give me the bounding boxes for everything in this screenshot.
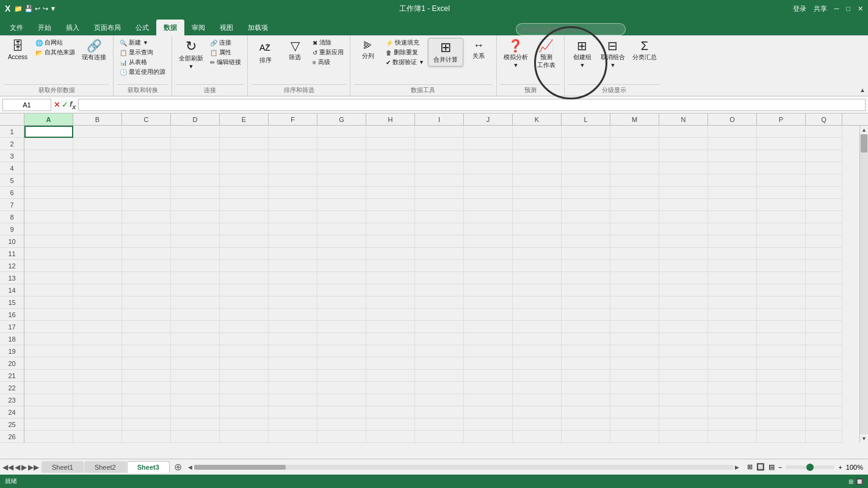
cell-O11[interactable] <box>708 248 757 260</box>
forecast-sheet-button[interactable]: 📈 预测工作表 <box>532 38 560 71</box>
col-header-M[interactable]: M <box>610 113 659 125</box>
cell-D4[interactable] <box>171 162 220 174</box>
cell-P1[interactable] <box>757 126 806 138</box>
cell-O5[interactable] <box>708 174 757 187</box>
cell-N19[interactable] <box>659 345 708 357</box>
cell-L19[interactable] <box>562 345 610 357</box>
col-header-B[interactable]: B <box>73 113 122 125</box>
cell-L12[interactable] <box>562 260 610 272</box>
cell-K11[interactable] <box>513 248 562 260</box>
cell-P10[interactable] <box>757 235 806 248</box>
cell-C3[interactable] <box>122 150 171 162</box>
cell-I14[interactable] <box>415 284 464 296</box>
cell-P13[interactable] <box>757 272 806 284</box>
split-column-button[interactable]: ⫸ 分列 <box>354 38 382 62</box>
zoom-slider-track[interactable] <box>786 465 834 469</box>
cell-P21[interactable] <box>757 370 806 382</box>
cell-G12[interactable] <box>317 260 366 272</box>
vertical-scrollbar[interactable]: ▲ ▼ <box>859 126 868 443</box>
cell-D19[interactable] <box>171 345 220 357</box>
cell-J15[interactable] <box>464 296 513 309</box>
cell-M14[interactable] <box>610 284 659 296</box>
cell-P14[interactable] <box>757 284 806 296</box>
cell-H9[interactable] <box>366 223 415 235</box>
cell-L14[interactable] <box>562 284 610 296</box>
recent-button[interactable]: 🕒 最近使用的源 <box>117 67 168 77</box>
cell-L9[interactable] <box>562 223 610 235</box>
col-header-H[interactable]: H <box>366 113 415 125</box>
cell-E3[interactable] <box>220 150 269 162</box>
cell-C4[interactable] <box>122 162 171 174</box>
cell-K20[interactable] <box>513 357 562 370</box>
cell-E5[interactable] <box>220 174 269 187</box>
cell-Q8[interactable] <box>806 211 842 223</box>
cell-F21[interactable] <box>269 370 317 382</box>
cell-F14[interactable] <box>269 284 317 296</box>
cell-K1[interactable] <box>513 126 562 138</box>
cell-A2[interactable] <box>24 138 73 150</box>
cell-J22[interactable] <box>464 382 513 394</box>
cell-I2[interactable] <box>415 138 464 150</box>
cell-Q3[interactable] <box>806 150 842 162</box>
cell-L16[interactable] <box>562 309 610 321</box>
tab-data[interactable]: 数据 <box>156 20 184 35</box>
cell-C19[interactable] <box>122 345 171 357</box>
hscroll-right-button[interactable]: ▶ <box>735 464 740 470</box>
tab-page-layout[interactable]: 页面布局 <box>87 20 128 35</box>
row-num-19[interactable]: 19 <box>0 345 24 357</box>
col-header-O[interactable]: O <box>708 113 757 125</box>
row-num-17[interactable]: 17 <box>0 321 24 333</box>
cell-G10[interactable] <box>317 235 366 248</box>
cell-G11[interactable] <box>317 248 366 260</box>
from-table-button[interactable]: 📊 从表格 <box>117 57 168 67</box>
properties-button[interactable]: 📋 属性 <box>208 48 244 57</box>
cell-Q18[interactable] <box>806 333 842 345</box>
col-header-J[interactable]: J <box>464 113 513 125</box>
cell-F15[interactable] <box>269 296 317 309</box>
connection-button[interactable]: 🔗 连接 <box>208 38 244 48</box>
cell-N4[interactable] <box>659 162 708 174</box>
cell-Q10[interactable] <box>806 235 842 248</box>
cell-O15[interactable] <box>708 296 757 309</box>
cell-F22[interactable] <box>269 382 317 394</box>
cell-G20[interactable] <box>317 357 366 370</box>
cell-H3[interactable] <box>366 150 415 162</box>
cell-B3[interactable] <box>73 150 122 162</box>
cell-F23[interactable] <box>269 394 317 406</box>
cell-M24[interactable] <box>610 406 659 418</box>
cell-J1[interactable] <box>464 126 513 138</box>
cell-B16[interactable] <box>73 309 122 321</box>
row-num-14[interactable]: 14 <box>0 284 24 296</box>
cell-H25[interactable] <box>366 418 415 431</box>
cell-I18[interactable] <box>415 333 464 345</box>
sheet-nav-left-button[interactable]: ◀◀ <box>2 463 13 472</box>
cell-O14[interactable] <box>708 284 757 296</box>
col-header-G[interactable]: G <box>317 113 366 125</box>
cell-N10[interactable] <box>659 235 708 248</box>
cell-N12[interactable] <box>659 260 708 272</box>
cell-I7[interactable] <box>415 199 464 211</box>
cell-E1[interactable] <box>220 126 269 138</box>
cell-D10[interactable] <box>171 235 220 248</box>
cell-H26[interactable] <box>366 431 415 443</box>
cell-I11[interactable] <box>415 248 464 260</box>
cell-A23[interactable] <box>24 394 73 406</box>
cell-Q4[interactable] <box>806 162 842 174</box>
cell-O6[interactable] <box>708 187 757 199</box>
cell-N24[interactable] <box>659 406 708 418</box>
cell-P11[interactable] <box>757 248 806 260</box>
tab-file[interactable]: 文件 <box>2 20 31 35</box>
cell-P19[interactable] <box>757 345 806 357</box>
cell-D5[interactable] <box>171 174 220 187</box>
cell-E21[interactable] <box>220 370 269 382</box>
cell-F13[interactable] <box>269 272 317 284</box>
cell-D11[interactable] <box>171 248 220 260</box>
cell-A1[interactable] <box>24 126 73 138</box>
cell-E8[interactable] <box>220 211 269 223</box>
ribbon-expand-button[interactable]: ▲ <box>859 87 866 93</box>
cell-O18[interactable] <box>708 333 757 345</box>
access-button[interactable]: 🗄 Access <box>4 38 32 63</box>
col-header-P[interactable]: P <box>757 113 806 125</box>
cell-B13[interactable] <box>73 272 122 284</box>
cell-J11[interactable] <box>464 248 513 260</box>
